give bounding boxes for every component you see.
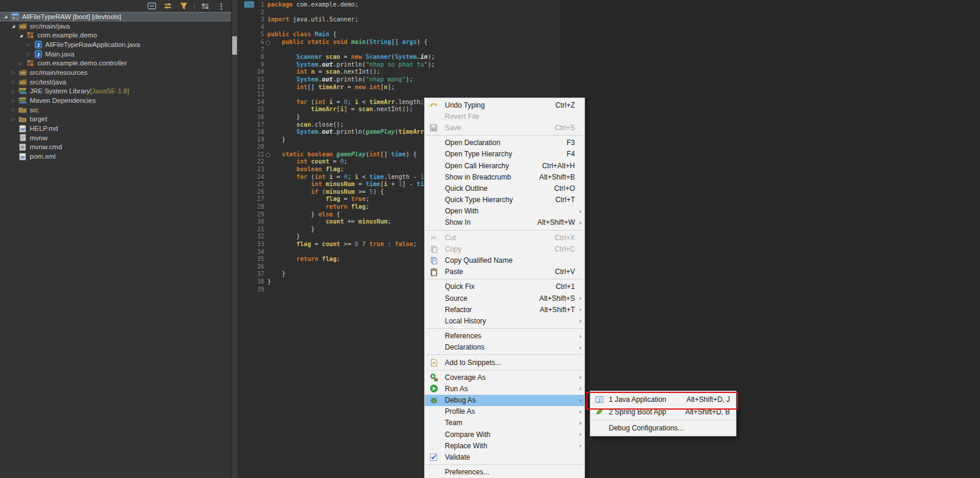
line-number[interactable]: 18 bbox=[238, 128, 264, 136]
line-number[interactable]: 12 bbox=[238, 84, 264, 92]
line-number[interactable]: 27 bbox=[238, 196, 264, 203]
twisty-collapsed-icon[interactable]: ▷ bbox=[25, 40, 33, 49]
tree-item-com-example-demo[interactable]: ◢com.example.demo bbox=[0, 30, 231, 40]
twisty-collapsed-icon[interactable]: ▷ bbox=[25, 49, 33, 58]
menu-item-references[interactable]: References› bbox=[425, 331, 584, 342]
line-number[interactable]: 20 bbox=[238, 143, 264, 151]
menu-item-replace-with[interactable]: Replace With› bbox=[425, 440, 584, 451]
twisty-expanded-icon[interactable]: ◢ bbox=[10, 21, 17, 30]
explorer-scrollbar[interactable] bbox=[231, 0, 238, 478]
line-number[interactable]: 37 bbox=[238, 271, 264, 278]
line-number[interactable]: 14 bbox=[238, 99, 264, 106]
tree-item-main-java[interactable]: ▷JMain.java bbox=[0, 49, 231, 59]
twisty-collapsed-icon[interactable]: ▷ bbox=[10, 87, 17, 96]
menu-item-copy-qualified-name[interactable]: Copy Qualified Name bbox=[425, 254, 584, 266]
tree-item-jre-system-library[interactable]: ▷JRE System Library [JavaSE-1.8] bbox=[0, 87, 231, 96]
menu-item-team[interactable]: Team› bbox=[425, 417, 584, 429]
line-number[interactable]: 38 bbox=[238, 278, 264, 286]
tree-item-target[interactable]: ▷target bbox=[0, 115, 231, 124]
link-with-editor-icon[interactable] bbox=[162, 1, 173, 11]
twisty-collapsed-icon[interactable]: ▷ bbox=[10, 105, 17, 114]
tree-item-allfiletyperawapplication-java[interactable]: ▷JAllFileTypeRawApplication.java bbox=[0, 40, 231, 49]
menu-item-copy[interactable]: CopyCtrl+C bbox=[425, 243, 584, 254]
line-number[interactable]: 8 bbox=[238, 54, 264, 61]
line-number[interactable]: 17 bbox=[238, 121, 264, 129]
tree-item-allfiletyperaw-boot-devtools[interactable]: ◢AllFileTypeRAW [boot] [devtools] bbox=[0, 12, 231, 21]
tree-item-src[interactable]: ▷src bbox=[0, 105, 231, 115]
line-number[interactable]: 30 bbox=[238, 218, 264, 226]
twisty-expanded-icon[interactable]: ◢ bbox=[17, 31, 25, 40]
tree-item-src-test-java[interactable]: ▷src/test/java bbox=[0, 77, 231, 87]
line-number[interactable]: 9 bbox=[238, 61, 264, 69]
line-number[interactable]: 11 bbox=[238, 76, 264, 84]
menu-item-open-with[interactable]: Open With› bbox=[425, 206, 584, 217]
line-number[interactable]: 22 bbox=[238, 158, 264, 166]
menu-item-coverage-as[interactable]: Coverage As› bbox=[425, 372, 584, 383]
menu-item-undo-typing[interactable]: Undo TypingCtrl+Z bbox=[425, 99, 584, 111]
tree-item-com-example-demo-controller[interactable]: ▷com.example.demo.controller bbox=[0, 58, 231, 68]
package-presentation-icon[interactable] bbox=[200, 1, 211, 11]
line-number[interactable]: 39 bbox=[238, 286, 264, 294]
line-number[interactable]: 35 bbox=[238, 256, 264, 263]
menu-item-add-to-snippets[interactable]: Add to Snippets... bbox=[425, 357, 584, 368]
line-number[interactable]: 4 bbox=[238, 24, 264, 32]
line-number[interactable]: 26 bbox=[238, 188, 264, 196]
menu-item-show-in-breadcrumb[interactable]: Show in BreadcrumbAlt+Shift+B bbox=[425, 171, 584, 183]
menu-item-preferences[interactable]: Preferences... bbox=[425, 467, 584, 478]
tree-item-src-main-java[interactable]: ◢src/main/java bbox=[0, 21, 231, 31]
line-number[interactable]: 16 bbox=[238, 114, 264, 121]
menu-item-quick-fix[interactable]: Quick FixCtrl+1 bbox=[425, 281, 584, 293]
line-number[interactable]: 2 bbox=[238, 9, 264, 17]
twisty-collapsed-icon[interactable]: ▷ bbox=[10, 68, 17, 77]
menu-item-run-as[interactable]: Run As› bbox=[425, 383, 584, 394]
tree-item-src-main-resources[interactable]: ▷src/main/resources bbox=[0, 68, 231, 77]
menu-item-source[interactable]: SourceAlt+Shift+S› bbox=[425, 293, 584, 304]
view-menu-icon[interactable]: ⋮ bbox=[216, 1, 227, 11]
menu-item-save[interactable]: SaveCtrl+S bbox=[425, 122, 584, 133]
collapse-all-icon[interactable] bbox=[146, 1, 157, 11]
tree-item-maven-dependencies[interactable]: ▷Maven Dependencies bbox=[0, 96, 231, 105]
twisty-collapsed-icon[interactable]: ▷ bbox=[10, 96, 17, 105]
line-number[interactable]: 13 bbox=[238, 91, 264, 99]
twisty-expanded-icon[interactable]: ◢ bbox=[2, 12, 10, 21]
menu-item-quick-type-hierarchy[interactable]: Quick Type HierarchyCtrl+T bbox=[425, 194, 584, 206]
menu-item-refactor[interactable]: RefactorAlt+Shift+T› bbox=[425, 304, 584, 315]
line-number[interactable]: 19 bbox=[238, 136, 264, 144]
line-number[interactable]: 6 bbox=[238, 39, 264, 46]
tree-item-mvnw[interactable]: mvnw bbox=[0, 133, 231, 143]
line-number[interactable]: 5 bbox=[238, 31, 264, 39]
line-number[interactable]: 36 bbox=[238, 263, 264, 271]
line-number[interactable]: 1 bbox=[238, 1, 264, 9]
line-number[interactable]: 24 bbox=[238, 174, 264, 181]
line-number[interactable]: 10 bbox=[238, 68, 264, 76]
menu-item-profile-as[interactable]: Profile As› bbox=[425, 406, 584, 417]
explorer-scrollbar-thumb[interactable] bbox=[232, 36, 237, 55]
menu-item-1-java-application[interactable]: J1 Java ApplicationAlt+Shift+D, J bbox=[590, 393, 736, 405]
menu-item-open-type-hierarchy[interactable]: Open Type HierarchyF4 bbox=[425, 149, 584, 160]
menu-item-2-spring-boot-app[interactable]: 2 Spring Boot AppAlt+Shift+D, B bbox=[590, 405, 736, 418]
line-number[interactable]: 33 bbox=[238, 241, 264, 249]
menu-item-revert-file[interactable]: Revert File bbox=[425, 111, 584, 122]
menu-item-open-call-hierarchy[interactable]: Open Call HierarchyCtrl+Alt+H bbox=[425, 160, 584, 171]
menu-item-cut[interactable]: ✂CutCtrl+X bbox=[425, 232, 584, 243]
menu-item-declarations[interactable]: Declarations› bbox=[425, 342, 584, 353]
twisty-collapsed-icon[interactable]: ▷ bbox=[10, 115, 17, 124]
tree-item-pom-xml[interactable]: Mpom.xml bbox=[0, 152, 231, 161]
filter-icon[interactable] bbox=[178, 1, 189, 11]
tree-item-mvnw-cmd[interactable]: mvnw.cmd bbox=[0, 143, 231, 152]
line-number[interactable]: 25 bbox=[238, 181, 264, 188]
line-number[interactable]: 23 bbox=[238, 166, 264, 174]
tree-item-help-md[interactable]: WHELP.md bbox=[0, 124, 231, 133]
twisty-collapsed-icon[interactable]: ▷ bbox=[10, 77, 17, 86]
menu-item-validate[interactable]: Validate bbox=[425, 451, 584, 463]
line-number[interactable]: 32 bbox=[238, 233, 264, 241]
menu-item-local-history[interactable]: Local History› bbox=[425, 315, 584, 326]
line-number[interactable]: 7 bbox=[238, 46, 264, 54]
line-number[interactable]: 34 bbox=[238, 249, 264, 256]
menu-item-show-in[interactable]: Show InAlt+Shift+W› bbox=[425, 217, 584, 228]
menu-item-debug-as[interactable]: Debug As› bbox=[425, 395, 584, 406]
line-number[interactable]: 29 bbox=[238, 211, 264, 219]
line-number[interactable]: 31 bbox=[238, 226, 264, 234]
line-number[interactable]: 15 bbox=[238, 106, 264, 114]
menu-item-quick-outline[interactable]: Quick OutlineCtrl+O bbox=[425, 183, 584, 194]
